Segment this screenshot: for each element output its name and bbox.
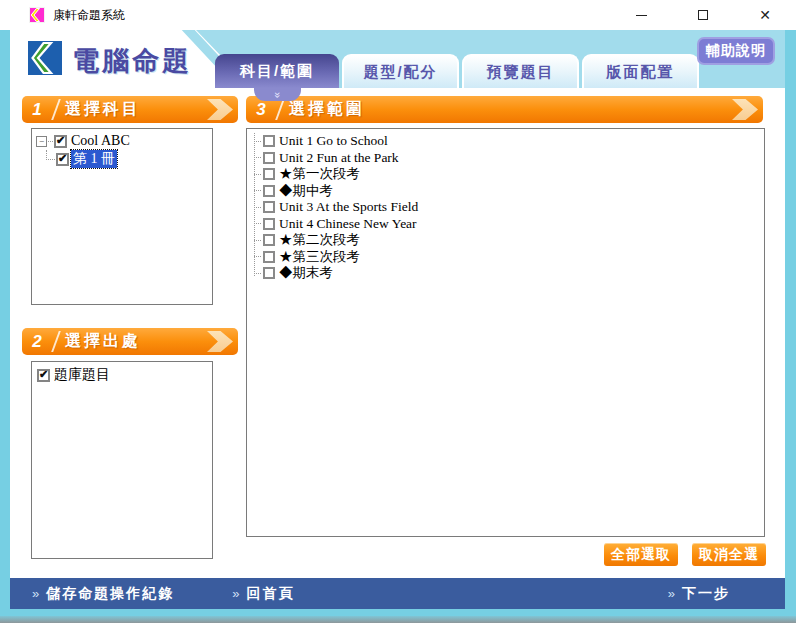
tree-connector [254,133,255,276]
save-record-link[interactable]: » 儲存命題操作紀錄 [32,585,174,603]
range-label[interactable]: ★第三次段考 [279,248,360,266]
range-row-exam-1: ★第一次段考 [247,166,764,183]
window-title: 康軒命題系統 [53,7,125,24]
tree-connector [48,141,53,142]
range-row-midterm: ◆期中考 [247,183,764,200]
range-label[interactable]: Unit 2 Fun at the Park [279,150,399,166]
app-window-icon [29,7,45,23]
range-row-exam-3: ★第三次段考 [247,249,764,266]
tree-label-cool-abc[interactable]: Cool ABC [71,133,130,149]
range-label[interactable]: ◆期中考 [279,182,333,200]
home-link[interactable]: » 回首頁 [232,585,294,603]
home-label: 回首頁 [246,585,294,603]
next-step-label: 下一步 [682,585,730,603]
range-label[interactable]: Unit 3 At the Sports Field [279,199,418,215]
range-label[interactable]: ★第一次段考 [279,165,360,183]
range-label[interactable]: ◆期末考 [279,264,333,282]
range-row-final: ◆期末考 [247,265,764,282]
tree-row-volume-1: ✔ 第 1 冊 [46,150,210,168]
minimize-button[interactable] [610,0,672,30]
maximize-button[interactable] [672,0,734,30]
range-row-unit-1: Unit 1 Go to School [247,133,764,150]
section-2-header: 2 選擇出處 [22,328,238,355]
checkbox-exam-1[interactable] [263,168,275,180]
arrow-right-icon [732,99,758,120]
checkbox-final[interactable] [263,267,275,279]
chevron-down-icon: » [272,92,283,97]
close-button[interactable]: ✕ [734,0,796,30]
checkbox-question-bank[interactable]: ✔ [37,369,50,382]
app-logo-icon [28,41,62,75]
main-panel: 電腦命題 科目/範圍 題型/配分 預覽題目 版面配置 » 輔助說明 1 選擇科目… [10,30,785,609]
help-button[interactable]: 輔助說明 [697,37,775,65]
checkbox-cool-abc[interactable]: ✔ [54,135,67,148]
checkbox-unit-4[interactable] [263,218,275,230]
banner-separator [51,331,61,352]
range-row-unit-4: Unit 4 Chinese New Year [247,216,764,233]
next-step-button[interactable]: » 下一步 [668,585,730,603]
tab-preview[interactable]: 預覽題目 [462,54,579,88]
check-icon: ✔ [56,135,65,146]
section-3-number: 3 [246,100,276,120]
titlebar: 康軒命題系統 ✕ [0,0,796,30]
range-label[interactable]: Unit 4 Chinese New Year [279,216,417,232]
checkbox-unit-1[interactable] [263,135,275,147]
page-title: 電腦命題 [72,43,192,79]
section-2-title: 選擇出處 [65,331,141,352]
tree-connector [46,150,55,160]
banner-separator [51,99,61,120]
minimize-icon [636,15,647,16]
checkbox-midterm[interactable] [263,185,275,197]
section-1-title: 選擇科目 [65,99,141,120]
footer-bar: » 儲存命題操作紀錄 » 回首頁 » 下一步 [10,578,785,609]
header-band: 電腦命題 科目/範圍 題型/配分 預覽題目 版面配置 [10,30,785,88]
section-1-number: 1 [22,100,52,120]
tab-subject-range[interactable]: 科目/範圍 [215,54,339,88]
checkbox-exam-3[interactable] [263,251,275,263]
section-2-number: 2 [22,332,52,352]
check-icon: ✔ [58,153,67,164]
chevron-right-icon: » [668,586,675,601]
select-all-button[interactable]: 全部選取 [604,543,678,566]
window-bottom-edge [0,616,796,623]
banner-separator [275,99,285,120]
close-icon: ✕ [759,8,771,22]
range-row-unit-2: Unit 2 Fun at the Park [247,150,764,167]
checkbox-exam-2[interactable] [263,234,275,246]
deselect-all-button[interactable]: 取消全選 [692,543,766,566]
source-row: ✔ 題庫題目 [34,366,210,384]
range-list[interactable]: Unit 1 Go to School Unit 2 Fun at the Pa… [246,128,765,537]
section-3-header: 3 選擇範圍 [246,96,763,123]
tree-row-root: − ✔ Cool ABC [34,132,210,150]
save-record-label: 儲存命題操作紀錄 [46,585,174,603]
tab-layout[interactable]: 版面配置 [582,54,699,88]
range-row-exam-2: ★第二次段考 [247,232,764,249]
maximize-icon [698,10,708,20]
tree-label-volume-1-selected[interactable]: 第 1 冊 [71,150,117,168]
source-label-question-bank[interactable]: 題庫題目 [54,366,110,384]
active-tab-pointer: » [254,88,301,101]
tab-bar: 科目/範圍 題型/配分 預覽題目 版面配置 [215,54,699,88]
checkbox-unit-3[interactable] [263,201,275,213]
section-3-title: 選擇範圍 [289,99,365,120]
source-list[interactable]: ✔ 題庫題目 [31,361,213,559]
arrow-right-icon [207,331,233,352]
subject-tree[interactable]: − ✔ Cool ABC ✔ 第 1 冊 [31,128,213,305]
range-label[interactable]: Unit 1 Go to School [279,133,388,149]
collapse-icon[interactable]: − [36,136,47,147]
chevron-right-icon: » [232,586,239,601]
tab-question-type[interactable]: 題型/配分 [342,54,459,88]
chevron-right-icon: » [32,586,39,601]
section-1-header: 1 選擇科目 [22,96,238,123]
window-controls: ✕ [610,0,796,30]
check-icon: ✔ [39,369,48,380]
range-row-unit-3: Unit 3 At the Sports Field [247,199,764,216]
arrow-right-icon [207,99,233,120]
checkbox-volume-1[interactable]: ✔ [56,153,69,166]
range-label[interactable]: ★第二次段考 [279,231,360,249]
checkbox-unit-2[interactable] [263,152,275,164]
